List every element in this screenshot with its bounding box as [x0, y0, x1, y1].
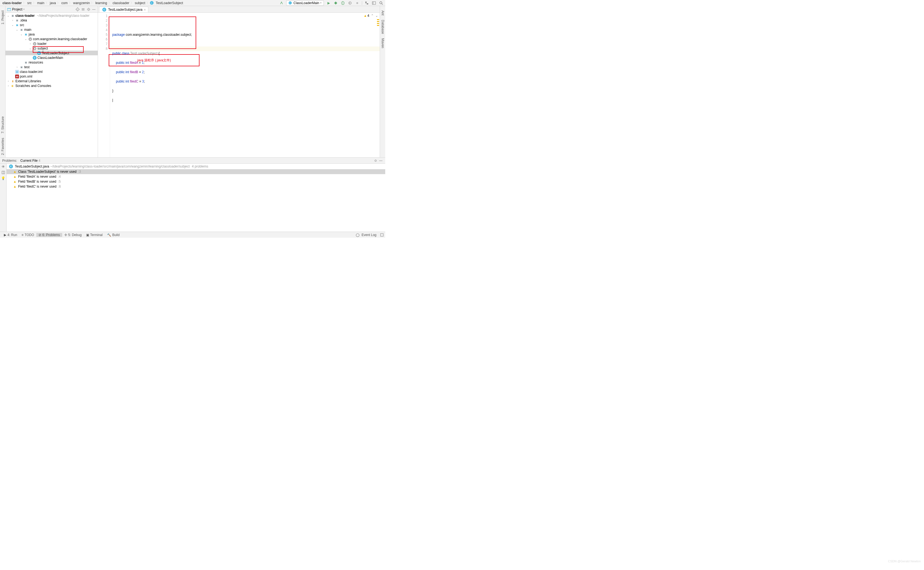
tree-root[interactable]: ⌄▣class-loader~/IdeaProjects/learning/cl… — [6, 13, 98, 18]
crumb[interactable]: src — [26, 1, 32, 5]
tree-main[interactable]: ⌄▣main — [6, 27, 98, 32]
crumb[interactable]: learning — [94, 1, 108, 5]
tab-structure[interactable]: 7: Structure — [0, 114, 5, 136]
separator — [362, 1, 362, 5]
tree-iml[interactable]: ▤class-loader.iml — [6, 69, 98, 74]
btab-todo[interactable]: ≡ TODO — [19, 233, 36, 237]
chevron-right-icon: 〉 — [91, 1, 94, 5]
tab-database[interactable]: Database — [380, 18, 385, 36]
right-tool-gutter: Ant Database Maven — [380, 6, 385, 157]
coverage-icon[interactable] — [340, 0, 345, 6]
close-icon[interactable]: ✕ — [144, 8, 146, 11]
tree-src[interactable]: ⌄▣src — [6, 23, 98, 27]
svg-point-13 — [77, 9, 78, 10]
event-log[interactable]: ◯ Event Log — [354, 233, 378, 237]
problem-item[interactable]: ▲Class 'TestLoaderSubject' is never used… — [7, 169, 385, 174]
problems-tab-current[interactable]: Current File 4 — [20, 159, 40, 162]
bulb-icon[interactable]: 💡 — [1, 176, 5, 180]
tab-ant[interactable]: Ant — [380, 8, 385, 18]
locate-icon[interactable] — [76, 8, 80, 11]
git-icon[interactable] — [364, 0, 369, 6]
tree-scratches[interactable]: ›◐Scratches and Consoles — [6, 83, 98, 88]
crumb[interactable]: com — [61, 1, 69, 5]
crumb[interactable]: subject — [134, 1, 146, 5]
tree-subject[interactable]: ⌄◯subject — [6, 46, 98, 51]
layout-icon[interactable] — [380, 233, 383, 237]
class-icon: C — [289, 2, 292, 5]
crumb-file[interactable]: TestLoaderSubject — [155, 1, 184, 5]
expand-icon[interactable] — [81, 8, 85, 11]
warning-icon: ▲ — [13, 170, 17, 173]
run-icon[interactable]: ▶ — [326, 0, 331, 6]
line-gutter: 12345678 — [98, 13, 110, 157]
btab-problems[interactable]: ⊘ 6: Problems — [36, 233, 62, 237]
btab-debug[interactable]: ✢ 5: Debug — [62, 233, 84, 237]
btab-terminal[interactable]: ▣ Terminal — [84, 233, 105, 237]
code-content[interactable]: package com.wangzemin.learning.classload… — [110, 13, 380, 157]
gear-icon[interactable] — [374, 159, 377, 162]
sidebar-title[interactable]: Project ▾ — [7, 8, 76, 11]
tree-testloader[interactable]: CTestLoaderSubject — [6, 51, 98, 55]
tree-loader[interactable]: ›◯loader — [6, 41, 98, 46]
problems-list[interactable]: C TestLoaderSubject.java ~/IdeaProjects/… — [7, 164, 385, 231]
error-stripe[interactable] — [377, 18, 380, 26]
svg-point-21 — [88, 9, 89, 10]
run-config-selector[interactable]: C ClassLoaderMain ▾ — [286, 0, 324, 6]
preview-icon[interactable]: 👁 — [2, 165, 5, 169]
btab-build[interactable]: 🔨 Build — [105, 233, 122, 237]
crumb[interactable]: main — [36, 1, 45, 5]
chevron-right-icon: 〉 — [147, 1, 149, 5]
layout-icon[interactable] — [371, 0, 377, 6]
svg-rect-6 — [372, 2, 375, 5]
hide-icon[interactable]: — — [92, 8, 96, 11]
chevron-right-icon: 〉 — [46, 1, 48, 5]
build-icon[interactable] — [279, 0, 284, 6]
svg-rect-25 — [380, 234, 383, 236]
warning-count[interactable]: ▲4 — [363, 14, 369, 18]
tree-java[interactable]: ⌄▣java — [6, 32, 98, 37]
tree-extlib[interactable]: ›▮External Libraries — [6, 79, 98, 83]
search-icon[interactable] — [378, 0, 383, 6]
crumb[interactable]: classloader — [112, 1, 130, 5]
toolbar-right: C ClassLoaderMain ▾ ▶ ■ — [279, 0, 383, 6]
tab-maven[interactable]: Maven — [380, 36, 385, 51]
gear-icon[interactable] — [87, 8, 90, 11]
crumb[interactable]: java — [49, 1, 57, 5]
btab-run[interactable]: ▶ 4: Run — [2, 233, 19, 237]
next-icon[interactable]: ⌄ — [375, 14, 378, 18]
svg-rect-5 — [367, 3, 368, 5]
tree-idea[interactable]: ›▣.idea — [6, 18, 98, 23]
tree-resources[interactable]: ▣resources — [6, 60, 98, 64]
class-icon: C — [150, 1, 153, 5]
tab-favorites[interactable]: 2: Favorites — [0, 136, 5, 157]
code-editor[interactable]: 12345678 package com.wangzemin.learning.… — [98, 13, 380, 157]
stop-icon[interactable]: ■ — [355, 0, 360, 6]
main-area: 1: Project 7: Structure 2: Favorites Pro… — [0, 6, 385, 157]
tree-pom[interactable]: mpom.xml — [6, 74, 98, 79]
problem-item[interactable]: ▲Field 'filedC' is never used:6 — [7, 184, 385, 189]
svg-rect-11 — [8, 8, 11, 9]
project-tree[interactable]: ⌄▣class-loader~/IdeaProjects/learning/cl… — [6, 13, 98, 157]
problems-file-header[interactable]: C TestLoaderSubject.java ~/IdeaProjects/… — [7, 164, 385, 169]
tab-file[interactable]: C TestLoaderSubject.java ✕ — [99, 7, 148, 12]
tree-classloadermain[interactable]: CClassLoaderMain — [6, 55, 98, 60]
breadcrumb: class-loader 〉 src 〉 main 〉 java 〉 com 〉… — [2, 1, 279, 5]
problems-tab-all[interactable]: Problems: — [2, 159, 17, 162]
layout-icon[interactable] — [2, 171, 5, 174]
crumb[interactable]: wangzemin — [72, 1, 91, 5]
svg-point-22 — [375, 160, 377, 161]
hide-icon[interactable]: — — [379, 159, 383, 162]
debug-icon[interactable] — [333, 0, 338, 6]
crumb-root[interactable]: class-loader — [2, 1, 23, 5]
tree-package[interactable]: ⌄◯com.wangzemin.learning.classloader — [6, 37, 98, 41]
run-anything-icon[interactable] — [348, 0, 352, 6]
chevron-right-icon: 〉 — [69, 1, 72, 5]
left-tool-gutter: 1: Project 7: Structure 2: Favorites — [0, 6, 6, 157]
problem-item[interactable]: ▲Field 'filedA' is never used:4 — [7, 174, 385, 179]
tree-test[interactable]: ›▣test — [6, 64, 98, 69]
problem-item[interactable]: ▲Field 'filedB' is never used:5 — [7, 179, 385, 184]
prev-icon[interactable]: ⌃ — [371, 14, 374, 18]
editor-area: C TestLoaderSubject.java ✕ 12345678 pack… — [98, 6, 380, 157]
chevron-down-icon: ▾ — [23, 8, 25, 11]
tab-project[interactable]: 1: Project — [0, 8, 5, 27]
